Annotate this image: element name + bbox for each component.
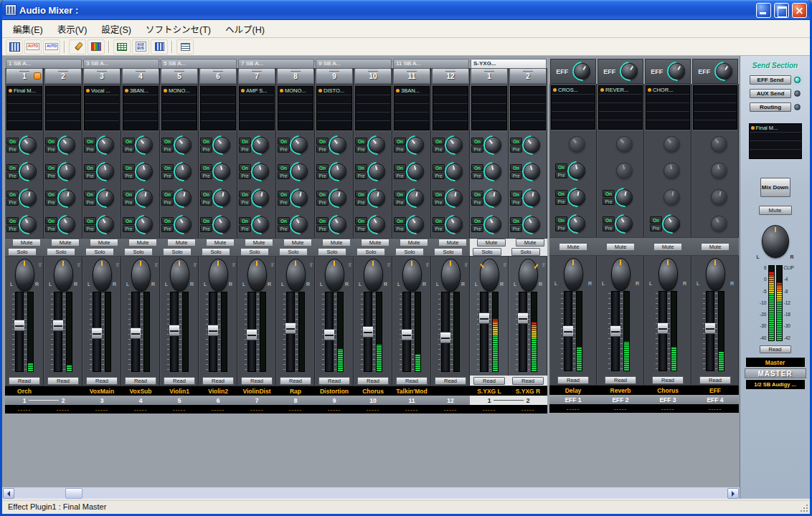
- send-pre-button[interactable]: Pre: [161, 199, 174, 206]
- send-level-knob[interactable]: [330, 137, 346, 153]
- send-pre-button[interactable]: Pre: [355, 172, 367, 179]
- send-level-knob[interactable]: [136, 190, 153, 206]
- maximize-button[interactable]: [774, 3, 789, 18]
- read-button[interactable]: Read: [318, 377, 350, 385]
- channel-tab[interactable]: 7: [238, 68, 275, 84]
- send-on-button[interactable]: On: [316, 191, 329, 198]
- send-level-knob[interactable]: [20, 216, 37, 233]
- insert-slot[interactable]: [511, 104, 545, 113]
- read-button[interactable]: Read: [652, 376, 684, 384]
- read-button[interactable]: Read: [241, 377, 273, 385]
- send-on-button[interactable]: On: [471, 217, 483, 224]
- pan-knob[interactable]: [286, 259, 306, 292]
- insert-slot[interactable]: [278, 121, 313, 130]
- insert-slot[interactable]: [395, 121, 429, 130]
- pan-knob[interactable]: [15, 259, 34, 292]
- send-on-button[interactable]: On: [555, 163, 567, 171]
- menu-item-0[interactable]: 編集(E): [6, 20, 49, 38]
- send-level-knob[interactable]: [20, 137, 37, 153]
- insert-slot[interactable]: [85, 95, 119, 104]
- send-pre-button[interactable]: Pre: [355, 199, 367, 206]
- insert-slot[interactable]: [511, 121, 545, 130]
- mute-button[interactable]: Mute: [206, 239, 235, 247]
- channel-tab[interactable]: 8: [277, 68, 314, 84]
- send-pre-button[interactable]: Pre: [6, 225, 19, 232]
- fader-track[interactable]: [706, 291, 714, 371]
- insert-slot[interactable]: [201, 95, 235, 104]
- scroll-left-button[interactable]: [3, 488, 14, 499]
- send-level-knob[interactable]: [524, 216, 540, 233]
- send-pre-button[interactable]: Pre: [278, 172, 290, 179]
- send-level-knob[interactable]: [136, 163, 153, 180]
- channel-colors-button[interactable]: [88, 39, 105, 54]
- read-button[interactable]: Read: [280, 377, 311, 385]
- fader-track[interactable]: [93, 292, 101, 372]
- send-on-button[interactable]: On: [394, 191, 406, 198]
- send-on-button[interactable]: On: [45, 191, 57, 198]
- insert-slot[interactable]: [46, 87, 80, 95]
- send-level-knob[interactable]: [446, 216, 463, 233]
- insert-slot[interactable]: [201, 104, 235, 113]
- send-on-button[interactable]: On: [433, 191, 445, 198]
- fader-handle[interactable]: [562, 325, 574, 337]
- insert-slot[interactable]: [433, 113, 468, 121]
- insert-slot[interactable]: [599, 103, 642, 112]
- send-level-knob[interactable]: [407, 216, 424, 233]
- send-on-button[interactable]: On: [161, 164, 174, 171]
- send-on-button[interactable]: On: [123, 217, 135, 224]
- pan-knob[interactable]: [364, 259, 383, 292]
- send-pre-button[interactable]: Pre: [239, 199, 251, 206]
- fader-track[interactable]: [286, 292, 295, 372]
- solo-button[interactable]: Solo: [473, 248, 501, 256]
- send-on-button[interactable]: On: [84, 191, 96, 198]
- pan-knob[interactable]: [93, 259, 112, 292]
- mute-button[interactable]: Mute: [245, 239, 273, 247]
- insert-slot[interactable]: [201, 121, 235, 130]
- fader-handle[interactable]: [478, 312, 490, 324]
- send-on-button[interactable]: On: [6, 164, 19, 171]
- mute-button[interactable]: Mute: [322, 239, 351, 247]
- send-level-knob[interactable]: [214, 190, 230, 206]
- pan-knob[interactable]: [441, 259, 461, 292]
- read-button[interactable]: Read: [164, 377, 195, 385]
- send-level-knob[interactable]: [569, 216, 585, 232]
- mix-down-button[interactable]: Mix Down: [760, 178, 790, 197]
- send-level-knob[interactable]: [407, 190, 424, 206]
- send-level-knob[interactable]: [616, 189, 633, 206]
- insert-slot[interactable]: [646, 103, 689, 112]
- eff-send-button[interactable]: EFF Send: [750, 75, 791, 85]
- send-on-button[interactable]: On: [84, 217, 96, 224]
- send-level-knob[interactable]: [252, 137, 269, 153]
- insert-slot[interactable]: REVER...: [599, 86, 642, 95]
- send-level-knob[interactable]: [446, 190, 463, 206]
- send-pre-button[interactable]: Pre: [603, 198, 615, 205]
- pan-knob[interactable]: [402, 259, 422, 292]
- solo-button[interactable]: Solo: [202, 248, 230, 256]
- device-tab[interactable]: 11 SB A...: [393, 59, 469, 68]
- send-pre-button[interactable]: Pre: [200, 199, 212, 206]
- master-mute-button[interactable]: Mute: [759, 206, 792, 215]
- fader-handle[interactable]: [169, 325, 180, 336]
- device-tab[interactable]: 9 SB A...: [316, 59, 392, 68]
- send-pre-button[interactable]: Pre: [355, 225, 367, 232]
- close-button[interactable]: [792, 3, 807, 18]
- insert-slot[interactable]: [599, 120, 642, 129]
- read-button[interactable]: Read: [396, 377, 428, 385]
- insert-slot[interactable]: [646, 95, 689, 103]
- send-level-knob[interactable]: [711, 189, 727, 206]
- aux-send-button[interactable]: AUX Send: [750, 89, 791, 98]
- read-button[interactable]: Read: [699, 376, 731, 384]
- send-on-button[interactable]: On: [510, 217, 522, 224]
- scroll-right-button[interactable]: [727, 488, 739, 499]
- channel-tab[interactable]: 9: [316, 68, 353, 84]
- send-level-knob[interactable]: [98, 190, 114, 206]
- send-on-button[interactable]: On: [471, 191, 483, 198]
- solo-button[interactable]: Solo: [240, 248, 269, 256]
- send-pre-button[interactable]: Pre: [200, 172, 212, 179]
- insert-slot[interactable]: [433, 104, 468, 113]
- send-pre-button[interactable]: Pre: [45, 172, 57, 179]
- channel-tab[interactable]: 12: [432, 68, 469, 84]
- level-meters-button[interactable]: [151, 39, 168, 54]
- send-on-button[interactable]: On: [6, 217, 19, 224]
- auto-write-button[interactable]: AUTO: [24, 39, 42, 54]
